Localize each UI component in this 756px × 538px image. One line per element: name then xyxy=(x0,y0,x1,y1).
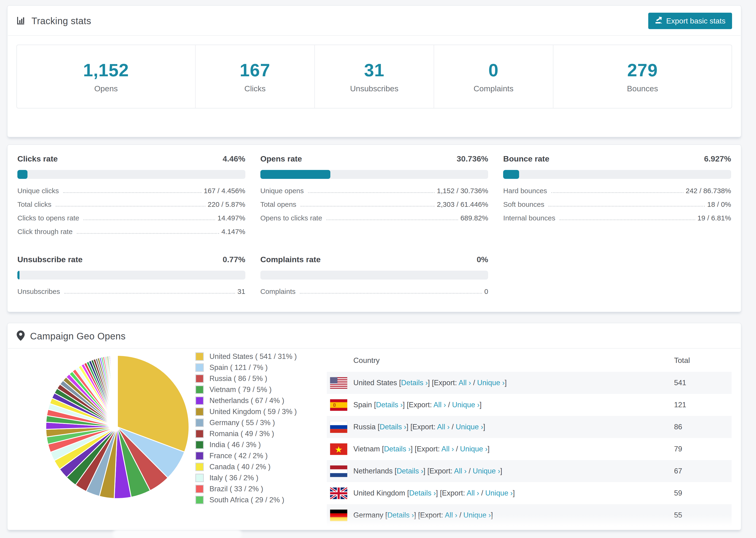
stat-cell-bounces: 279Bounces xyxy=(553,45,731,108)
legend-item[interactable]: India ( 46 / 3% ) xyxy=(195,441,327,449)
rate-row-value: 242 / 86.738% xyxy=(686,187,731,195)
dotted-leader xyxy=(64,293,235,294)
geo-content: United States ( 541 / 31% )Spain ( 121 /… xyxy=(8,349,741,526)
legend-item[interactable]: Spain ( 121 / 7% ) xyxy=(195,363,327,372)
stat-label: Complaints xyxy=(473,84,513,93)
country-cell: United Kingdom [Details ›] [Export: All … xyxy=(353,489,674,497)
legend-swatch xyxy=(195,441,204,449)
rate-row: Unique clicks167 / 4.456% xyxy=(17,187,245,195)
table-row-gb: United Kingdom [Details ›] [Export: All … xyxy=(327,482,731,504)
legend-label: Netherlands ( 67 / 4% ) xyxy=(209,397,284,405)
progress-bar-track xyxy=(260,170,488,179)
rate-head: Complaints rate0% xyxy=(260,255,488,264)
legend-item[interactable]: Canada ( 40 / 2% ) xyxy=(195,463,327,471)
rate-row-label: Unique clicks xyxy=(17,187,59,195)
gb-flag-icon xyxy=(330,488,347,499)
export-all-link[interactable]: All › xyxy=(437,423,450,431)
rate-row: Hard bounces242 / 86.738% xyxy=(503,187,731,195)
map-pin-icon xyxy=(17,330,25,342)
legend-item[interactable]: Netherlands ( 67 / 4% ) xyxy=(195,397,327,405)
legend-item[interactable]: France ( 42 / 2% ) xyxy=(195,452,327,460)
export-all-link[interactable]: All › xyxy=(454,467,466,475)
progress-bar-track xyxy=(260,271,488,280)
details-link[interactable]: Details › xyxy=(380,423,406,431)
export-unique-link[interactable]: Unique › xyxy=(460,445,487,453)
legend-item[interactable]: South Africa ( 29 / 2% ) xyxy=(195,496,327,504)
legend-item[interactable]: Russia ( 86 / 5% ) xyxy=(195,374,327,383)
progress-bar-fill xyxy=(503,170,519,179)
details-link[interactable]: Details › xyxy=(409,489,436,497)
dotted-leader xyxy=(551,192,683,193)
geo-legend: United States ( 541 / 31% )Spain ( 121 /… xyxy=(195,349,327,507)
rate-rows: Complaints0 xyxy=(260,288,488,296)
legend-item[interactable]: United Kingdom ( 59 / 3% ) xyxy=(195,407,327,416)
dotted-leader xyxy=(549,206,705,207)
rate-row-value: 19 / 6.81% xyxy=(698,214,731,222)
export-icon xyxy=(655,16,662,26)
details-link[interactable]: Details › xyxy=(384,445,411,453)
rate-value: 0.77% xyxy=(223,255,245,264)
export-basic-stats-button[interactable]: Export basic stats xyxy=(648,13,732,29)
rate-row: Click through rate4.147% xyxy=(17,228,245,236)
progress-bar-track xyxy=(17,170,245,179)
export-unique-link[interactable]: Unique › xyxy=(477,379,505,387)
legend-swatch xyxy=(195,452,204,460)
rate-row: Opens to clicks rate689.82% xyxy=(260,214,488,222)
es-flag-icon xyxy=(330,399,347,411)
legend-label: Germany ( 55 / 3% ) xyxy=(209,418,275,427)
dotted-leader xyxy=(308,192,435,193)
rate-row-value: 1,152 / 30.736% xyxy=(437,187,488,195)
legend-swatch xyxy=(195,352,204,361)
rate-row-value: 220 / 5.87% xyxy=(208,200,245,208)
geo-pie-chart xyxy=(8,349,195,502)
de-flag-icon xyxy=(330,510,347,521)
export-all-link[interactable]: All › xyxy=(433,401,446,409)
tracking-stats-card: Tracking stats Export basic stats 1,152O… xyxy=(7,5,741,137)
bar-chart-icon xyxy=(17,16,26,26)
export-unique-link[interactable]: Unique › xyxy=(452,401,479,409)
details-link[interactable]: Details › xyxy=(376,401,403,409)
legend-item[interactable]: Vietnam ( 79 / 5% ) xyxy=(195,385,327,394)
export-all-link[interactable]: All › xyxy=(441,445,454,453)
rate-row-label: Unique opens xyxy=(260,187,304,195)
legend-item[interactable]: Italy ( 36 / 2% ) xyxy=(195,474,327,482)
progress-bar-fill xyxy=(260,170,330,179)
header-divider xyxy=(8,35,740,36)
dotted-leader xyxy=(300,293,482,294)
stat-label: Bounces xyxy=(627,84,658,93)
table-row-vn: Vietnam [Details ›] [Export: All › / Uni… xyxy=(327,438,731,460)
legend-item[interactable]: Romania ( 49 / 3% ) xyxy=(195,430,327,438)
legend-swatch xyxy=(195,363,204,372)
stat-value: 167 xyxy=(240,60,270,80)
legend-label: Vietnam ( 79 / 5% ) xyxy=(209,385,272,394)
export-all-link[interactable]: All › xyxy=(445,511,457,519)
rate-title: Opens rate xyxy=(260,154,302,163)
details-link[interactable]: Details › xyxy=(401,379,428,387)
dotted-leader xyxy=(326,219,458,220)
rate-row-label: Opens to clicks rate xyxy=(260,214,322,222)
export-unique-link[interactable]: Unique › xyxy=(473,467,500,475)
legend-item[interactable]: Brazil ( 33 / 2% ) xyxy=(195,485,327,493)
legend-item[interactable]: United States ( 541 / 31% ) xyxy=(195,352,327,361)
export-unique-link[interactable]: Unique › xyxy=(456,423,483,431)
rate-title: Unsubscribe rate xyxy=(17,255,82,264)
legend-swatch xyxy=(195,385,204,394)
legend-item[interactable]: Germany ( 55 / 3% ) xyxy=(195,418,327,427)
rate-row-value: 2,303 / 61.446% xyxy=(437,200,488,208)
details-link[interactable]: Details › xyxy=(387,511,414,519)
table-row-nl: Netherlands [Details ›] [Export: All › /… xyxy=(327,460,731,482)
stats-summary-strip: 1,152Opens167Clicks31Unsubscribes0Compla… xyxy=(17,45,732,108)
rate-row-value: 689.82% xyxy=(460,214,488,222)
export-unique-link[interactable]: Unique › xyxy=(485,489,513,497)
legend-label: France ( 42 / 2% ) xyxy=(209,452,268,460)
export-all-link[interactable]: All › xyxy=(466,489,479,497)
total-cell: 55 xyxy=(674,511,731,519)
total-cell: 67 xyxy=(674,467,731,475)
details-link[interactable]: Details › xyxy=(397,467,423,475)
export-unique-link[interactable]: Unique › xyxy=(463,511,491,519)
export-button-label: Export basic stats xyxy=(666,17,726,26)
legend-label: United Kingdom ( 59 / 3% ) xyxy=(209,407,297,416)
legend-swatch xyxy=(195,418,204,427)
export-all-link[interactable]: All › xyxy=(459,379,471,387)
column-header-country: Country xyxy=(353,356,674,365)
